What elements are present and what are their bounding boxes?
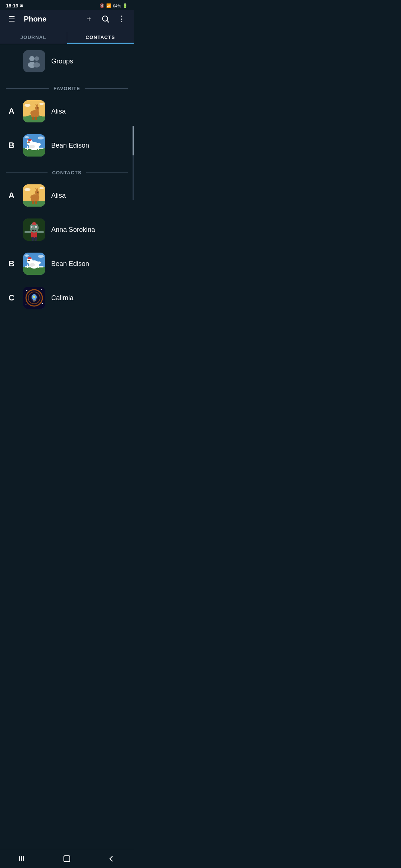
svg-point-76 [38,255,44,258]
svg-point-4 [35,56,39,61]
svg-point-87 [41,289,42,290]
avatar-bean [23,253,45,275]
svg-rect-58 [34,230,35,231]
svg-point-89 [42,303,43,304]
avatar-alisa [23,184,45,207]
svg-point-88 [26,304,26,305]
status-bar: 18:19 ✉ 🔇 📶 64% 🔋 [0,0,134,10]
favorite-bean-edison[interactable]: B [0,128,134,162]
svg-point-19 [39,103,44,105]
svg-rect-57 [33,230,33,231]
svg-point-74 [28,257,32,259]
more-options-button[interactable]: ⋮ [116,13,128,25]
contact-anna-sorokina[interactable]: Anna Sorokina [0,213,134,247]
avatar-callmia [23,287,45,309]
contact-name: Alisa [51,192,66,200]
contact-name: Callmia [51,294,74,302]
svg-point-14 [35,106,39,110]
status-icons: 🔇 📶 64% 🔋 [100,3,128,8]
contact-name: Bean Edison [51,142,89,149]
svg-line-1 [107,21,109,23]
tab-bar: JOURNAL CONTACTS [0,29,134,44]
tab-journal[interactable]: JOURNAL [0,29,67,44]
svg-rect-84 [33,300,35,302]
svg-rect-23 [27,146,28,150]
svg-rect-66 [27,264,28,268]
svg-point-32 [28,141,30,143]
contacts-section-header: CONTACTS [0,162,134,178]
svg-rect-39 [32,201,34,204]
svg-point-47 [39,187,44,189]
svg-point-18 [25,104,30,107]
menu-button[interactable]: ☰ [6,13,18,25]
app-title: Phone [24,15,79,23]
svg-rect-12 [35,116,37,120]
index-letter-c: C [6,293,17,303]
svg-rect-8 [23,116,45,122]
add-contact-button[interactable]: + [83,13,95,25]
svg-point-75 [28,260,30,261]
favorite-section-title: FAVORITE [53,86,80,91]
contacts-section-title: CONTACTS [52,170,81,175]
contact-callmia[interactable]: C Callmia [0,281,134,315]
tab-contacts[interactable]: CONTACTS [67,29,134,44]
svg-point-77 [25,254,29,257]
groups-label: Groups [51,57,73,65]
groups-avatar [23,50,45,72]
svg-rect-61 [32,237,34,241]
svg-point-46 [25,188,30,191]
svg-point-43 [38,192,39,193]
index-letter-a-fav: A [6,106,17,116]
contacts-content: Groups FAVORITE A [0,44,134,337]
avatar-alisa-fav [23,100,45,122]
avatar-bean-fav [23,134,45,157]
svg-line-17 [38,104,38,106]
svg-point-54 [32,227,33,228]
svg-point-42 [35,191,39,194]
svg-rect-59 [25,231,31,233]
contact-name: Bean Edison [51,260,89,268]
top-bar: ☰ Phone + ⋮ [0,10,134,29]
contact-bean-edison[interactable]: B Bean Edison [0,247,134,281]
favorite-alisa[interactable]: A [0,94,134,128]
svg-rect-11 [32,116,34,120]
favorite-section-header: FAVORITE [0,78,134,94]
index-letter-b-fav: B [6,141,17,150]
svg-rect-62 [35,237,37,241]
svg-point-51 [32,222,36,225]
contact-name: Alisa [51,108,66,115]
svg-point-55 [36,227,37,228]
svg-point-5 [33,62,40,68]
search-button[interactable] [100,13,111,25]
svg-rect-40 [35,201,37,204]
svg-point-85 [33,296,35,298]
svg-point-15 [38,108,39,109]
contact-alisa[interactable]: A Alisa [0,178,134,213]
groups-item[interactable]: Groups [0,44,134,78]
svg-point-86 [26,290,27,291]
svg-point-2 [29,56,35,61]
svg-point-31 [28,139,32,141]
svg-rect-60 [37,231,44,233]
svg-rect-36 [23,201,45,207]
index-letter-b: B [6,259,17,269]
index-letter-a: A [6,191,17,200]
avatar-anna [23,218,45,241]
svg-point-34 [25,136,29,138]
svg-point-33 [38,137,44,139]
svg-line-45 [38,188,38,191]
contact-name: Anna Sorokina [51,226,95,234]
status-time: 18:19 ✉ [6,3,23,9]
